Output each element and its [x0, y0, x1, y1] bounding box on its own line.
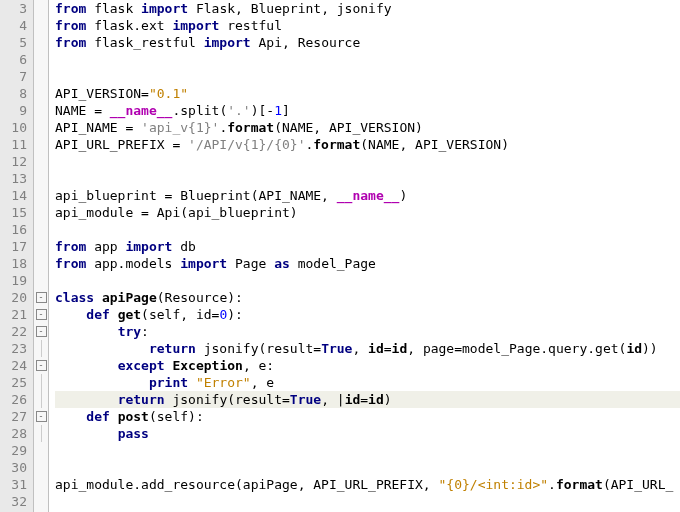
token: [94, 290, 102, 305]
code-line[interactable]: API_URL_PREFIX = '/API/v{1}/{0}'.format(…: [55, 136, 680, 153]
token: restful: [219, 18, 282, 33]
token: id: [368, 341, 384, 356]
code-line[interactable]: [55, 51, 680, 68]
line-number: 22: [0, 323, 27, 340]
code-line[interactable]: from flask_restful import Api, Resource: [55, 34, 680, 51]
line-number: 28: [0, 425, 27, 442]
token: def: [86, 307, 109, 322]
token: API_NAME =: [55, 120, 141, 135]
code-line[interactable]: from app.models import Page as model_Pag…: [55, 255, 680, 272]
token: jsonify(result=: [196, 341, 321, 356]
code-line[interactable]: except Exception, e:: [55, 357, 680, 374]
fold-marker[interactable]: -: [34, 289, 48, 306]
fold-marker: [34, 68, 48, 85]
token: apiPage: [102, 290, 157, 305]
token: [55, 358, 118, 373]
token: [55, 409, 86, 424]
token: id: [392, 341, 408, 356]
token: )[-: [251, 103, 274, 118]
fold-marker: [34, 170, 48, 187]
token: Page: [227, 256, 274, 271]
token: (self):: [149, 409, 204, 424]
code-line[interactable]: [55, 272, 680, 289]
token: import: [204, 35, 251, 50]
fold-marker: [34, 340, 48, 357]
token: .split(: [172, 103, 227, 118]
token: (API_URL_: [603, 477, 673, 492]
token: __name__: [337, 188, 400, 203]
token: (NAME, API_VERSION): [274, 120, 423, 135]
token: id: [345, 392, 361, 407]
token: Api, Resource: [251, 35, 361, 50]
token: flask: [86, 1, 141, 16]
token: post: [118, 409, 149, 424]
code-line[interactable]: try:: [55, 323, 680, 340]
token: import: [180, 256, 227, 271]
code-line[interactable]: [55, 153, 680, 170]
fold-marker: [34, 255, 48, 272]
token: import: [172, 18, 219, 33]
token: True: [321, 341, 352, 356]
token: ,: [352, 341, 368, 356]
code-line[interactable]: print "Error", e: [55, 374, 680, 391]
token: API_URL_PREFIX =: [55, 137, 188, 152]
token: [55, 307, 86, 322]
code-line[interactable]: [55, 459, 680, 476]
code-line[interactable]: [55, 170, 680, 187]
code-line[interactable]: [55, 221, 680, 238]
fold-marker: [34, 102, 48, 119]
line-number: 16: [0, 221, 27, 238]
token: app.models: [86, 256, 180, 271]
fold-marker[interactable]: -: [34, 357, 48, 374]
code-line[interactable]: [55, 493, 680, 510]
token: [188, 375, 196, 390]
code-line[interactable]: from flask.ext import restful: [55, 17, 680, 34]
token: from: [55, 1, 86, 16]
code-line[interactable]: return jsonify(result=True, |id=id): [55, 391, 680, 408]
token: id: [626, 341, 642, 356]
token: (self, id=: [141, 307, 219, 322]
code-line[interactable]: from flask import Flask, Blueprint, json…: [55, 0, 680, 17]
fold-marker[interactable]: -: [34, 408, 48, 425]
fold-marker: [34, 0, 48, 17]
fold-marker: [34, 187, 48, 204]
line-number: 15: [0, 204, 27, 221]
code-line[interactable]: API_VERSION="0.1": [55, 85, 680, 102]
line-number: 19: [0, 272, 27, 289]
token: (Resource):: [157, 290, 243, 305]
code-line[interactable]: api_blueprint = Blueprint(API_NAME, __na…: [55, 187, 680, 204]
fold-marker: [34, 51, 48, 68]
code-line[interactable]: api_module.add_resource(apiPage, API_URL…: [55, 476, 680, 493]
code-line[interactable]: from app import db: [55, 238, 680, 255]
fold-marker: [34, 136, 48, 153]
code-editor: 3456789101112131415161718192021222324252…: [0, 0, 680, 512]
code-line[interactable]: class apiPage(Resource):: [55, 289, 680, 306]
code-line[interactable]: API_NAME = 'api_v{1}'.format(NAME, API_V…: [55, 119, 680, 136]
line-number: 18: [0, 255, 27, 272]
code-line[interactable]: [55, 68, 680, 85]
code-line[interactable]: pass: [55, 425, 680, 442]
fold-marker[interactable]: -: [34, 306, 48, 323]
line-number: 26: [0, 391, 27, 408]
code-line[interactable]: [55, 442, 680, 459]
line-number: 20: [0, 289, 27, 306]
code-area[interactable]: from flask import Flask, Blueprint, json…: [49, 0, 680, 512]
token: ):: [227, 307, 243, 322]
token: import: [125, 239, 172, 254]
fold-marker[interactable]: -: [34, 323, 48, 340]
fold-marker: [34, 238, 48, 255]
token: ]: [282, 103, 290, 118]
token: , |: [321, 392, 344, 407]
token: 'api_v{1}': [141, 120, 219, 135]
code-line[interactable]: return jsonify(result=True, id=id, page=…: [55, 340, 680, 357]
fold-marker: [34, 476, 48, 493]
token: '.': [227, 103, 250, 118]
token: True: [290, 392, 321, 407]
code-line[interactable]: api_module = Api(api_blueprint): [55, 204, 680, 221]
code-line[interactable]: def get(self, id=0):: [55, 306, 680, 323]
code-line[interactable]: def post(self):: [55, 408, 680, 425]
token: model_Page: [290, 256, 376, 271]
token: import: [141, 1, 188, 16]
token: )): [642, 341, 658, 356]
code-line[interactable]: NAME = __name__.split('.')[-1]: [55, 102, 680, 119]
